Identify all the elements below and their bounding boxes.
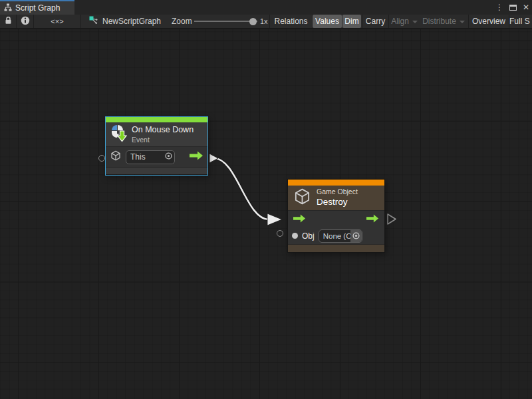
tab-script-graph[interactable]: Script Graph [0, 0, 74, 15]
object-picker-icon[interactable] [164, 151, 173, 163]
obj-field[interactable]: None (O [319, 229, 362, 243]
game-object-cube-icon [110, 150, 122, 164]
node-header[interactable]: Game Object Destroy [288, 186, 384, 211]
connection-wire [214, 158, 269, 219]
node-footer [288, 244, 384, 252]
maximize-icon[interactable] [509, 5, 517, 11]
menu-icon[interactable]: ⋮ [495, 3, 503, 11]
toolbar-button-fullscreen[interactable]: Full S [509, 15, 532, 28]
graph-canvas[interactable]: On Mouse Down Event This [0, 28, 532, 399]
tab-title: Script Graph [15, 3, 60, 13]
node-trigger-row [288, 211, 384, 227]
toolbar-button-distribute[interactable]: Distribute [420, 15, 467, 28]
connection-start-cap [209, 154, 218, 163]
node-accent-strip [106, 117, 207, 122]
game-object-cube-icon [293, 187, 312, 209]
toolbar-button-dim[interactable]: Dim [342, 15, 361, 28]
node-obj-row: Obj None (O [288, 227, 384, 244]
target-field-value: This [130, 152, 164, 162]
node-on-mouse-down[interactable]: On Mouse Down Event This [105, 116, 208, 176]
input-port-label: Obj [302, 231, 315, 241]
graph-name-label: NewScriptGraph [102, 17, 161, 26]
lock-button[interactable] [0, 15, 16, 28]
node-header[interactable]: On Mouse Down Event [106, 122, 207, 147]
tab-bar: Script Graph ⋮ ✕ [0, 0, 532, 15]
node-accent-strip [288, 180, 384, 186]
dropdown-arrow-icon [412, 21, 418, 23]
node-title: On Mouse Down [132, 125, 194, 136]
graph-hierarchy-icon [4, 3, 12, 13]
code-view-button[interactable]: <×> [34, 15, 80, 28]
node-title: Destroy [317, 196, 358, 208]
window-controls: ⋮ ✕ [495, 0, 531, 15]
zoom-slider[interactable] [194, 21, 257, 22]
target-input-port-outer[interactable] [98, 155, 105, 162]
zoom-value-label: 1x [260, 15, 268, 28]
script-graph-asset-icon [89, 16, 98, 27]
object-picker-icon[interactable] [350, 230, 362, 242]
node-destroy[interactable]: Game Object Destroy Obj None (O [287, 179, 385, 253]
graph-asset-button[interactable]: NewScriptGraph [89, 15, 161, 28]
connection-arrowhead-icon [267, 213, 282, 225]
connection-layer [0, 29, 532, 399]
trigger-input-arrow-icon[interactable] [293, 213, 306, 225]
node-subtitle: Event [132, 136, 194, 144]
zoom-label: Zoom [172, 15, 192, 28]
script-graph-window: Script Graph ⋮ ✕ [0, 0, 532, 399]
info-button[interactable] [17, 15, 33, 28]
node-footer [106, 167, 207, 174]
toolbar-button-overview[interactable]: Overview [469, 15, 509, 28]
close-icon[interactable]: ✕ [523, 3, 529, 11]
trigger-output-arrow-icon[interactable] [190, 151, 203, 163]
toolbar-button-values[interactable]: Values [313, 15, 342, 28]
graph-toolbar: <×> NewScriptGraph Zoom 1x Relations Val… [0, 15, 532, 28]
output-trigger-port-outer-icon [388, 214, 396, 224]
trigger-output-arrow-icon[interactable] [366, 213, 379, 225]
node-category: Game Object [317, 188, 358, 196]
target-field[interactable]: This [126, 150, 175, 164]
toolbar-button-relations[interactable]: Relations [270, 15, 312, 28]
dropdown-arrow-icon [460, 21, 465, 23]
zoom-slider-handle[interactable] [249, 18, 257, 25]
value-input-port[interactable] [292, 233, 298, 239]
obj-field-value: None (O [323, 232, 350, 240]
toolbar-button-align[interactable]: Align [389, 15, 420, 28]
lock-icon [5, 16, 12, 27]
obj-input-port-outer[interactable] [277, 230, 283, 237]
info-icon [21, 16, 30, 27]
mouse-down-icon [110, 124, 127, 145]
toolbar-button-carry[interactable]: Carry [362, 15, 388, 28]
node-port-row: This [106, 147, 207, 167]
